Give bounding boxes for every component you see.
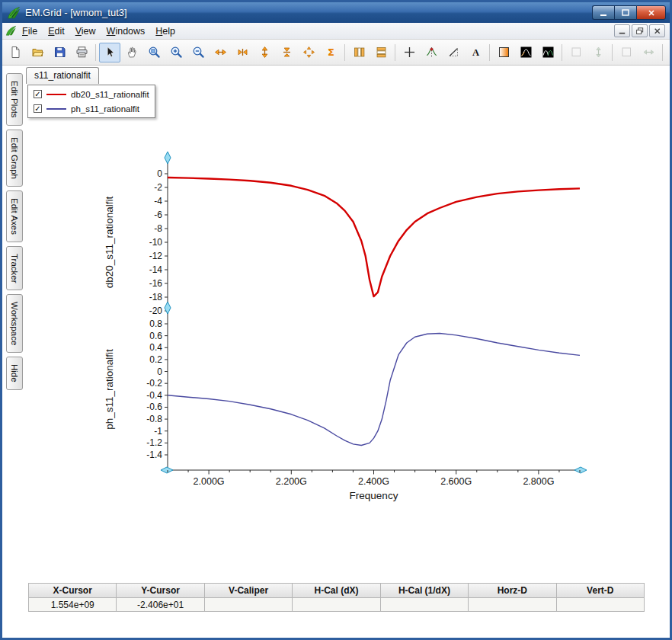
legend-line-swatch: [46, 94, 66, 95]
y-axis-title: ph_s11_rationalfit: [104, 349, 115, 430]
svg-text:-0.4: -0.4: [146, 390, 162, 401]
text-annotation-button[interactable]: A: [465, 43, 486, 62]
pan-button[interactable]: [121, 43, 142, 62]
menu-item-help[interactable]: Help: [150, 24, 181, 39]
new-button[interactable]: [5, 43, 26, 62]
sidebar-item-edit-graph[interactable]: Edit Graph: [6, 130, 23, 187]
svg-text:2.600G: 2.600G: [440, 476, 472, 487]
minimize-button[interactable]: [592, 5, 614, 20]
cursor-readout-table: X-CursorY-CursorV-CaliperH-Cal (dX)H-Cal…: [28, 583, 645, 612]
svg-text:-12: -12: [149, 251, 163, 261]
menu-item-edit[interactable]: Edit: [43, 24, 70, 39]
svg-text:0.8: 0.8: [149, 318, 162, 329]
zoom-region-icon: [148, 46, 161, 59]
fit-y-axis-icon: [258, 46, 271, 59]
maximize-icon: [620, 8, 631, 18]
select-cursor-button[interactable]: [99, 43, 120, 62]
zoom-out-button[interactable]: [187, 43, 209, 62]
shrink-x-button[interactable]: [232, 43, 253, 62]
plot-canvas[interactable]: 0-2-4-6-8-10-12-14-16-18-20db20_s11_rati…: [98, 149, 593, 507]
svg-text:-1: -1: [154, 426, 162, 437]
fit-y-button[interactable]: [254, 43, 275, 62]
svg-text:-8: -8: [154, 223, 162, 234]
readout-value: -2.406e+01: [117, 598, 204, 612]
fit-x-button[interactable]: [210, 43, 231, 62]
svg-text:2.000G: 2.000G: [194, 476, 225, 487]
zoom-in-icon: [170, 46, 183, 59]
vertical-caliper-button[interactable]: [348, 43, 370, 62]
vertical-columns-icon: [353, 46, 366, 59]
menu-item-windows[interactable]: Windows: [101, 24, 151, 39]
mdi-close-button[interactable]: [649, 24, 665, 37]
full-extents-button[interactable]: [298, 43, 319, 62]
zoom-in-button[interactable]: [165, 43, 187, 62]
menu-item-view[interactable]: View: [70, 24, 101, 39]
mdi-minimize-button[interactable]: [614, 24, 630, 37]
legend-checkbox[interactable]: ✓: [34, 104, 42, 113]
text-label-icon: A: [469, 46, 482, 59]
save-button[interactable]: [49, 43, 70, 62]
title-bar[interactable]: EM.Grid - [wmom_tut3]: [2, 2, 670, 23]
surface-plot-button[interactable]: [515, 43, 536, 62]
client-area: s11_rationalfit Edit PlotsEdit GraphEdit…: [2, 66, 670, 638]
legend-checkbox[interactable]: ✓: [34, 90, 42, 98]
y-axis-end-marker: [165, 302, 171, 314]
cursor-arrow-icon: [104, 46, 117, 59]
colormap-icon: [498, 46, 510, 59]
sync-x-button[interactable]: [638, 43, 659, 62]
sidebar-item-hide[interactable]: Hide: [6, 357, 23, 390]
tracker-button[interactable]: [421, 43, 442, 62]
surface-plot-icon: [520, 46, 533, 59]
window-title: EM.Grid - [wmom_tut3]: [25, 7, 127, 18]
readout-header: Y-Cursor: [117, 584, 204, 598]
svg-text:0: 0: [157, 168, 162, 179]
colormap-button[interactable]: [493, 43, 514, 62]
slope-button[interactable]: [443, 43, 464, 62]
sync-x-checkbox-button[interactable]: [616, 43, 637, 62]
contour-plot-icon: [542, 46, 555, 59]
svg-text:-2: -2: [154, 182, 162, 193]
svg-text:Σ: Σ: [328, 46, 334, 58]
open-button[interactable]: [27, 43, 48, 62]
svg-text:-0.2: -0.2: [146, 378, 162, 389]
close-icon: [646, 8, 657, 18]
print-button[interactable]: [71, 43, 92, 62]
sync-y-button[interactable]: [587, 43, 609, 62]
series-db20_s11_rationalfit: [168, 178, 580, 296]
vertical-arrows-icon: [592, 46, 605, 59]
contour-plot-button[interactable]: [537, 43, 558, 62]
svg-text:2.800G: 2.800G: [523, 476, 554, 487]
legend-item[interactable]: ✓db20_s11_rationalfit: [34, 88, 149, 100]
series-ph_s11_rationalfit: [168, 334, 580, 446]
layout-button[interactable]: [666, 43, 670, 62]
sync-y-checkbox-button[interactable]: [565, 43, 587, 62]
zoom-region-button[interactable]: [143, 43, 165, 62]
crosshair-icon: [403, 46, 416, 59]
mdi-app-icon: [5, 25, 17, 37]
sum-button[interactable]: Σ: [320, 43, 341, 62]
readout-header: H-Cal (1/dX): [381, 584, 469, 598]
svg-text:-4: -4: [154, 196, 162, 206]
mdi-minimize-icon: [617, 26, 627, 36]
x-axis-title: Frequency: [350, 490, 398, 501]
fit-x-axis-icon: [214, 46, 227, 59]
tab-s11-rationalfit[interactable]: s11_rationalfit: [26, 67, 99, 84]
plot-legend: ✓db20_s11_rationalfit✓ph_s11_rationalfit: [27, 85, 155, 118]
legend-item[interactable]: ✓ph_s11_rationalfit: [34, 103, 149, 114]
sidebar-item-edit-plots[interactable]: Edit Plots: [6, 73, 23, 126]
sidebar-item-workspace[interactable]: Workspace: [6, 294, 23, 353]
shrink-y-button[interactable]: [276, 43, 297, 62]
readout-header: Horz-D: [469, 584, 556, 598]
sidebar-item-edit-axes[interactable]: Edit Axes: [6, 190, 23, 242]
sidebar-item-tracker[interactable]: Tracker: [6, 246, 23, 291]
menu-item-file[interactable]: File: [17, 24, 43, 39]
horizontal-rows-icon: [375, 46, 388, 59]
horizontal-caliper-button[interactable]: [370, 43, 392, 62]
close-button[interactable]: [636, 5, 666, 20]
maximize-button[interactable]: [614, 5, 636, 20]
crosshair-button[interactable]: [398, 43, 420, 62]
svg-text:0.4: 0.4: [149, 342, 162, 353]
minimize-icon: [598, 8, 609, 18]
mdi-restore-button[interactable]: [632, 24, 648, 37]
readout-header: V-Caliper: [205, 584, 293, 598]
